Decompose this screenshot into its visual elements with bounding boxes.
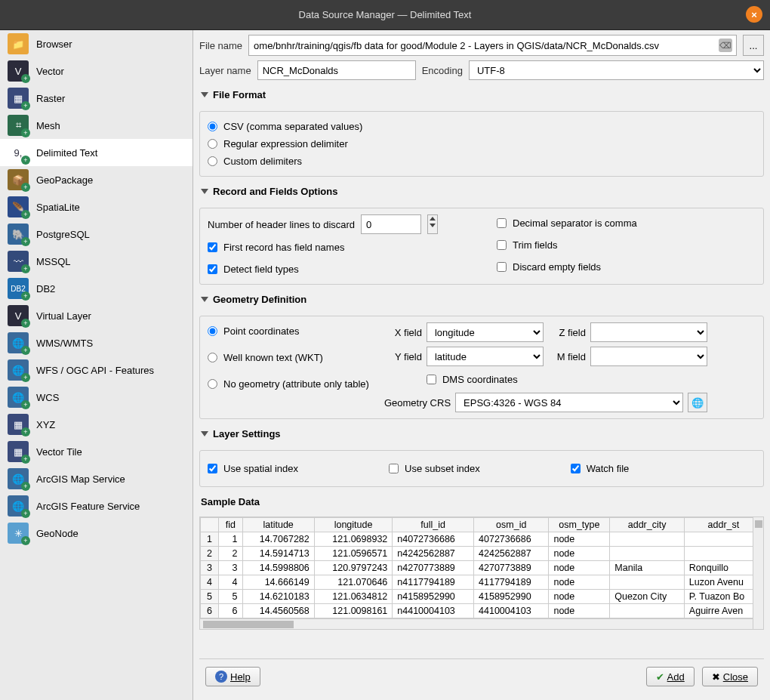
table-header[interactable]: fid (219, 518, 243, 532)
sidebar-item-geopackage[interactable]: 📦+GeoPackage (0, 166, 192, 193)
sidebar-item-label: GeoPackage (36, 174, 93, 186)
z-field-select[interactable] (590, 322, 707, 342)
geometry-header[interactable]: Geometry Definition (199, 289, 764, 310)
y-field-select[interactable]: latitude (427, 347, 544, 366)
table-row[interactable]: 5514.6210183121.0634812n4158952990415895… (201, 590, 763, 604)
table-header[interactable]: osm_type (549, 518, 610, 532)
sidebar-item-raster[interactable]: ▦+Raster (0, 85, 192, 112)
encoding-select[interactable]: UTF-8 (469, 60, 764, 80)
crs-picker-button[interactable]: 🌐 (688, 393, 707, 412)
sidebar-item-virtual-layer[interactable]: V+Virtual Layer (0, 302, 192, 329)
format-custom-radio[interactable] (208, 156, 217, 166)
window-title: Data Source Manager — Delimited Text (299, 9, 472, 20)
geom-wkt-radio[interactable] (208, 353, 217, 362)
chevron-down-icon (201, 431, 208, 436)
help-button[interactable]: ?Help (205, 667, 260, 686)
discard-empty-check[interactable] (497, 262, 507, 272)
title-bar: Data Source Manager — Delimited Text × (0, 0, 770, 30)
geom-none-radio[interactable] (208, 379, 217, 389)
subset-index-label: Use subset index (405, 463, 480, 474)
close-icon[interactable]: × (746, 6, 762, 23)
sidebar-item-label: WFS / OGC API - Features (36, 365, 154, 376)
table-row[interactable]: 1114.7067282121.0698932n4072736686407273… (201, 532, 763, 547)
sidebar-item-xyz[interactable]: ▦+XYZ (0, 411, 192, 438)
subset-index-check[interactable] (389, 464, 399, 473)
trim-fields-label: Trim fields (513, 239, 557, 251)
sidebar-item-wms[interactable]: 🌐+WMS/WMTS (0, 329, 192, 356)
sidebar-item-wcs[interactable]: 🌐+WCS (0, 384, 192, 411)
geom-point-label: Point coordinates (223, 325, 299, 337)
geometry-group: Point coordinates Well known text (WKT) … (199, 316, 764, 419)
detect-types-check[interactable] (208, 264, 217, 274)
horizontal-scrollbar[interactable] (200, 618, 753, 629)
add-button[interactable]: ✔Add (646, 667, 695, 686)
sidebar-item-mssql[interactable]: 〰+MSSQL (0, 248, 192, 275)
clear-file-icon[interactable]: ⌫ (719, 39, 732, 52)
crs-select[interactable]: EPSG:4326 - WGS 84 (455, 393, 683, 412)
watch-file-check[interactable] (571, 464, 581, 473)
help-icon: ? (215, 671, 227, 683)
table-header[interactable] (201, 518, 219, 532)
sidebar-item-label: PostgreSQL (36, 229, 90, 240)
format-regex-radio[interactable] (208, 139, 217, 149)
sidebar-item-label: SpatiaLite (36, 202, 80, 213)
format-csv-radio[interactable] (208, 122, 217, 131)
vertical-scrollbar[interactable] (753, 517, 763, 629)
y-field-label: Y field (384, 351, 422, 362)
sidebar-item-label: DB2 (36, 283, 55, 294)
table-row[interactable]: 6614.4560568121.0098161n4410004103441000… (201, 604, 763, 618)
close-button[interactable]: ✖Close (702, 667, 758, 686)
sidebar-item-postgresql[interactable]: 🐘+PostgreSQL (0, 220, 192, 248)
discard-empty-label: Discard empty fields (513, 261, 601, 273)
sidebar-item-vector[interactable]: V+Vector (0, 57, 192, 85)
sidebar-item-vector-tile[interactable]: ▦+Vector Tile (0, 438, 192, 465)
sidebar-item-wfs[interactable]: 🌐+WFS / OGC API - Features (0, 356, 192, 384)
main-panel: File name ⌫ ... Layer name Encoding UTF-… (193, 30, 770, 700)
sidebar-item-spatialite[interactable]: 🪶+SpatiaLite (0, 193, 192, 220)
file-format-header[interactable]: File Format (199, 85, 764, 105)
dms-check[interactable] (427, 375, 436, 384)
sidebar-item-label: Mesh (36, 120, 60, 131)
sidebar-item-arcgis-feature[interactable]: 🌐+ArcGIS Feature Service (0, 492, 192, 520)
layer-name-input[interactable] (257, 60, 416, 80)
spin-up-icon[interactable] (430, 217, 436, 220)
z-field-label: Z field (548, 327, 586, 338)
sidebar-item-label: Browser (36, 39, 72, 50)
trim-fields-check[interactable] (497, 240, 507, 250)
geom-point-radio[interactable] (208, 326, 217, 336)
table-row[interactable]: 4414.666149121.070646n411779418941177941… (201, 575, 763, 590)
table-header[interactable]: latitude (242, 518, 314, 532)
geom-none-label: No geometry (attribute only table) (223, 378, 369, 390)
table-row[interactable]: 2214.5914713121.0596571n4242562887424256… (201, 547, 763, 561)
m-field-select[interactable] (590, 347, 707, 366)
format-custom-label: Custom delimiters (223, 156, 302, 167)
sidebar-item-delimited-text[interactable]: 9,+Delimited Text (0, 139, 192, 166)
sidebar-item-label: WCS (36, 392, 59, 403)
sidebar-item-db2[interactable]: DB2+DB2 (0, 275, 192, 302)
sidebar-item-label: MSSQL (36, 256, 71, 267)
table-header[interactable]: longitude (314, 518, 393, 532)
layer-settings-header[interactable]: Layer Settings (199, 424, 764, 444)
file-name-input[interactable] (248, 35, 737, 56)
browse-button[interactable]: ... (743, 35, 764, 56)
spatial-index-check[interactable] (208, 464, 217, 473)
sidebar-item-arcgis-map[interactable]: 🌐+ArcGIS Map Service (0, 465, 192, 492)
sidebar-item-geonode[interactable]: ✳+GeoNode (0, 520, 192, 547)
table-header[interactable]: osm_id (474, 518, 549, 532)
header-lines-spin[interactable] (361, 214, 421, 234)
table-header[interactable]: addr_city (610, 518, 684, 532)
record-options-header[interactable]: Record and Fields Options (199, 181, 764, 202)
table-row[interactable]: 3314.5998806120.9797243n4270773889427077… (201, 561, 763, 575)
sidebar-item-label: Delimited Text (36, 147, 97, 159)
x-field-select[interactable]: longitude (427, 322, 544, 342)
sidebar-item-mesh[interactable]: ⌗+Mesh (0, 112, 192, 139)
first-record-check[interactable] (208, 242, 217, 252)
spin-down-icon[interactable] (430, 224, 436, 227)
table-header[interactable]: full_id (393, 518, 474, 532)
x-icon: ✖ (712, 671, 720, 683)
record-options-group: Number of header lines to discard First … (199, 208, 764, 285)
decimal-comma-check[interactable] (497, 218, 507, 228)
chevron-down-icon (201, 189, 208, 194)
table-header[interactable]: addr_st (684, 518, 762, 532)
sidebar-item-browser[interactable]: 📁Browser (0, 30, 192, 57)
